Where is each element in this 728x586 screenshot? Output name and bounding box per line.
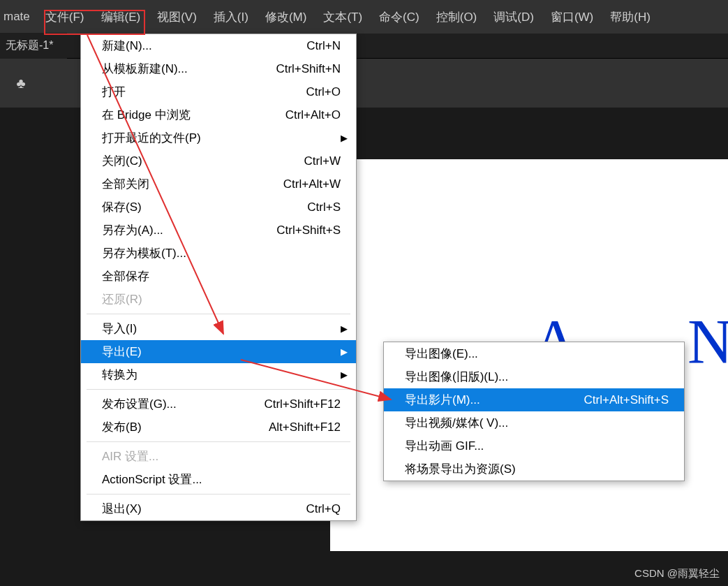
menu-item-shortcut: Ctrl+Shift+S bbox=[262, 224, 341, 237]
menu-item-label: 关闭(C) bbox=[102, 153, 290, 169]
submenu-export-image-legacy[interactable]: 导出图像(旧版)(L)... bbox=[384, 365, 684, 388]
clubs-icon[interactable]: ♣ bbox=[7, 69, 35, 97]
menu-item-label: 另存为模板(T)... bbox=[102, 245, 341, 261]
menu-item-label: 保存(S) bbox=[102, 199, 293, 215]
menu-item-label: 将场景导出为资源(S) bbox=[405, 461, 669, 477]
menu-separator bbox=[87, 389, 350, 390]
menu-debug[interactable]: 调试(D) bbox=[485, 1, 542, 34]
menu-command[interactable]: 命令(C) bbox=[371, 1, 428, 34]
menu-item-label: 导出(E) bbox=[102, 344, 341, 360]
menu-exit[interactable]: 退出(X) Ctrl+Q bbox=[81, 497, 356, 520]
menu-close[interactable]: 关闭(C) Ctrl+W bbox=[81, 149, 356, 173]
watermark-text: CSDN @雨翼轻尘 bbox=[634, 567, 720, 580]
submenu-export-gif[interactable]: 导出动画 GIF... bbox=[384, 434, 684, 457]
menu-insert[interactable]: 插入(I) bbox=[205, 1, 257, 34]
menu-edit[interactable]: 编辑(E) bbox=[93, 1, 149, 34]
menu-item-shortcut: Ctrl+W bbox=[290, 154, 341, 168]
menu-item-label: 全部保存 bbox=[102, 268, 341, 284]
menu-item-label: 打开最近的文件(P) bbox=[102, 130, 341, 146]
menu-item-label: 导出视频/媒体( V)... bbox=[405, 415, 669, 431]
menu-item-label: AIR 设置... bbox=[102, 448, 341, 464]
menu-item-label: 导出影片(M)... bbox=[405, 392, 570, 408]
menu-save-all[interactable]: 全部保存 bbox=[81, 265, 356, 288]
menu-revert: 还原(R) bbox=[81, 288, 356, 311]
menu-item-shortcut: Ctrl+Alt+O bbox=[272, 108, 341, 122]
menu-new[interactable]: 新建(N)... Ctrl+N bbox=[81, 34, 356, 57]
menu-save-as-template[interactable]: 另存为模板(T)... bbox=[81, 242, 356, 265]
menu-item-shortcut: Ctrl+Shift+F12 bbox=[250, 397, 341, 411]
menu-item-label: 全部关闭 bbox=[102, 176, 269, 192]
menu-browse-in-bridge[interactable]: 在 Bridge 中浏览 Ctrl+Alt+O bbox=[81, 103, 356, 126]
menu-help[interactable]: 帮助(H) bbox=[602, 1, 659, 34]
app-name-fragment: mate bbox=[0, 10, 37, 24]
menu-separator bbox=[87, 494, 350, 495]
file-menu-dropdown: 新建(N)... Ctrl+N 从模板新建(N)... Ctrl+Shift+N… bbox=[80, 34, 357, 521]
document-tab[interactable]: 无标题-1* bbox=[0, 33, 67, 59]
chevron-right-icon: ▶ bbox=[341, 133, 348, 143]
submenu-export-video[interactable]: 导出视频/媒体( V)... bbox=[384, 411, 684, 434]
menu-item-label: 从模板新建(N)... bbox=[102, 61, 262, 77]
chevron-right-icon: ▶ bbox=[341, 323, 348, 334]
menu-separator bbox=[87, 314, 350, 314]
menu-item-label: 还原(R) bbox=[102, 291, 341, 307]
menu-item-shortcut: Ctrl+Alt+W bbox=[269, 177, 341, 191]
menu-new-from-template[interactable]: 从模板新建(N)... Ctrl+Shift+N bbox=[81, 57, 356, 80]
menu-item-label: 新建(N)... bbox=[102, 38, 292, 54]
menu-open-recent[interactable]: 打开最近的文件(P) ▶ bbox=[81, 126, 356, 149]
menu-item-shortcut: Ctrl+Q bbox=[292, 502, 341, 516]
menu-text[interactable]: 文本(T) bbox=[315, 1, 371, 34]
menu-item-shortcut: Ctrl+S bbox=[293, 200, 341, 214]
menu-save[interactable]: 保存(S) Ctrl+S bbox=[81, 196, 356, 219]
menu-item-shortcut: Alt+Shift+F12 bbox=[255, 420, 341, 434]
chevron-right-icon: ▶ bbox=[341, 346, 348, 357]
menu-item-label: 导出图像(E)... bbox=[405, 346, 669, 362]
menu-item-label: 在 Bridge 中浏览 bbox=[102, 107, 272, 123]
export-submenu-dropdown: 导出图像(E)... 导出图像(旧版)(L)... 导出影片(M)... Ctr… bbox=[383, 342, 685, 481]
menu-close-all[interactable]: 全部关闭 Ctrl+Alt+W bbox=[81, 173, 356, 196]
menu-item-label: 转换为 bbox=[102, 367, 341, 383]
chevron-right-icon: ▶ bbox=[341, 369, 348, 380]
menu-control[interactable]: 控制(O) bbox=[428, 1, 486, 34]
menu-item-label: 导出动画 GIF... bbox=[405, 438, 669, 454]
submenu-export-scene-assets[interactable]: 将场景导出为资源(S) bbox=[384, 457, 684, 481]
menu-item-shortcut: Ctrl+N bbox=[292, 39, 341, 53]
menu-item-shortcut: Ctrl+O bbox=[292, 85, 341, 99]
menu-actionscript-settings[interactable]: ActionScript 设置... bbox=[81, 468, 356, 491]
menu-export[interactable]: 导出(E) ▶ bbox=[81, 340, 356, 363]
menu-modify[interactable]: 修改(M) bbox=[257, 1, 315, 34]
menu-item-shortcut: Ctrl+Shift+N bbox=[262, 62, 341, 76]
menu-window[interactable]: 窗口(W) bbox=[542, 1, 602, 34]
submenu-export-movie[interactable]: 导出影片(M)... Ctrl+Alt+Shift+S bbox=[384, 388, 684, 411]
menu-view[interactable]: 视图(V) bbox=[149, 1, 205, 34]
menu-bar: mate 文件(F) 编辑(E) 视图(V) 插入(I) 修改(M) 文本(T)… bbox=[0, 0, 728, 34]
menu-save-as[interactable]: 另存为(A)... Ctrl+Shift+S bbox=[81, 219, 356, 242]
menu-air-settings: AIR 设置... bbox=[81, 445, 356, 468]
menu-separator bbox=[87, 441, 350, 442]
menu-item-label: ActionScript 设置... bbox=[102, 471, 341, 488]
menu-item-label: 导入(I) bbox=[102, 321, 341, 337]
menu-import[interactable]: 导入(I) ▶ bbox=[81, 317, 356, 340]
menu-convert-to[interactable]: 转换为 ▶ bbox=[81, 363, 356, 386]
menu-item-label: 发布设置(G)... bbox=[102, 396, 250, 412]
menu-item-shortcut: Ctrl+Alt+Shift+S bbox=[570, 393, 669, 407]
menu-publish[interactable]: 发布(B) Alt+Shift+F12 bbox=[81, 416, 356, 439]
submenu-export-image[interactable]: 导出图像(E)... bbox=[384, 342, 684, 365]
menu-item-label: 导出图像(旧版)(L)... bbox=[405, 369, 669, 385]
menu-publish-settings[interactable]: 发布设置(G)... Ctrl+Shift+F12 bbox=[81, 393, 356, 416]
canvas-text-n: N bbox=[688, 306, 728, 378]
menu-item-label: 另存为(A)... bbox=[102, 222, 262, 238]
menu-file[interactable]: 文件(F) bbox=[37, 1, 93, 34]
menu-item-label: 打开 bbox=[102, 84, 292, 100]
menu-open[interactable]: 打开 Ctrl+O bbox=[81, 80, 356, 103]
menu-item-label: 发布(B) bbox=[102, 419, 255, 435]
menu-item-label: 退出(X) bbox=[102, 501, 292, 517]
